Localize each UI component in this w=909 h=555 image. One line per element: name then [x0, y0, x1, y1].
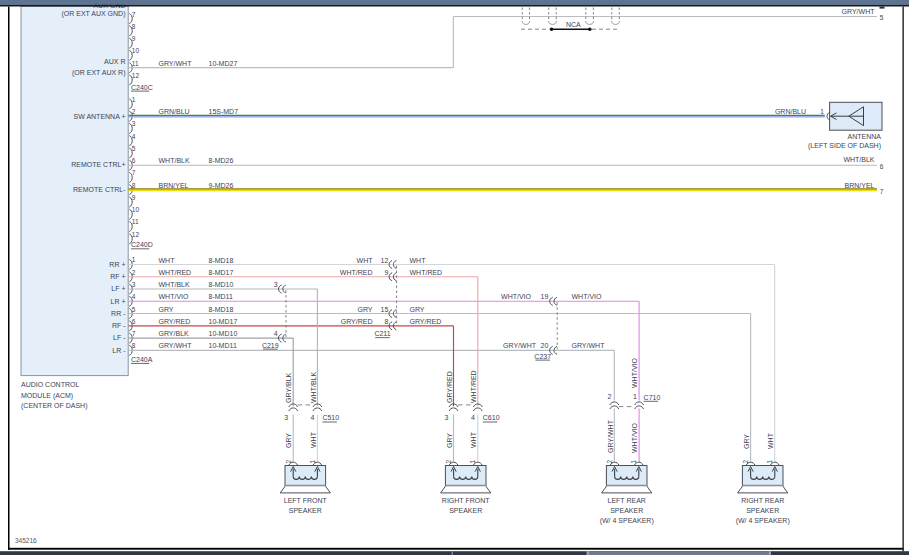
- svg-text:(CENTER OF DASH): (CENTER OF DASH): [21, 402, 88, 410]
- svg-text:1: 1: [630, 460, 637, 464]
- svg-text:9-MD26: 9-MD26: [209, 182, 234, 189]
- svg-text:12: 12: [132, 231, 140, 238]
- svg-text:GRY/BLK: GRY/BLK: [285, 372, 292, 403]
- svg-text:SPEAKER: SPEAKER: [610, 507, 643, 514]
- svg-text:RR +: RR +: [109, 261, 125, 268]
- svg-text:WHT/VIO: WHT/VIO: [501, 293, 531, 300]
- svg-text:LF -: LF -: [113, 334, 126, 341]
- svg-text:SPEAKER: SPEAKER: [746, 507, 779, 514]
- svg-text:(OR EXT AUX GND): (OR EXT AUX GND): [61, 10, 125, 18]
- svg-text:WHT: WHT: [470, 431, 477, 448]
- svg-text:WHT/BLK: WHT/BLK: [159, 157, 190, 164]
- svg-text:REMOTE CTRL+: REMOTE CTRL+: [71, 161, 125, 168]
- svg-text:GRY/WHT: GRY/WHT: [572, 342, 606, 349]
- svg-text:GRY/WHT: GRY/WHT: [607, 419, 614, 453]
- svg-text:9: 9: [384, 269, 388, 276]
- svg-text:4: 4: [274, 330, 278, 337]
- svg-text:LR +: LR +: [111, 298, 126, 305]
- svg-text:3: 3: [284, 414, 288, 421]
- svg-text:2: 2: [742, 460, 749, 464]
- svg-text:(OR EXT AUX R): (OR EXT AUX R): [72, 69, 126, 77]
- svg-text:1: 1: [820, 108, 824, 115]
- svg-text:WHT/RED: WHT/RED: [470, 370, 477, 403]
- svg-text:C240D: C240D: [131, 241, 153, 248]
- svg-text:8: 8: [132, 182, 136, 189]
- svg-text:2: 2: [132, 269, 136, 276]
- svg-text:2: 2: [445, 460, 452, 464]
- svg-text:2: 2: [132, 108, 136, 115]
- svg-text:8-MD11: 8-MD11: [209, 293, 233, 300]
- svg-text:3: 3: [274, 281, 278, 288]
- svg-text:2: 2: [606, 460, 613, 464]
- svg-text:3: 3: [445, 414, 449, 421]
- svg-text:WHT/BLK: WHT/BLK: [843, 156, 874, 163]
- svg-text:8: 8: [384, 318, 388, 325]
- svg-text:11: 11: [132, 60, 139, 67]
- svg-text:7: 7: [132, 11, 136, 18]
- svg-text:RIGHT REAR: RIGHT REAR: [741, 497, 784, 504]
- svg-text:6: 6: [880, 163, 884, 170]
- svg-text:1: 1: [132, 256, 136, 263]
- svg-text:WHT: WHT: [410, 257, 427, 264]
- svg-text:GRY: GRY: [743, 434, 750, 449]
- svg-text:MODULE (ACM): MODULE (ACM): [21, 392, 73, 400]
- svg-text:ANTENNA: ANTENNA: [848, 133, 882, 140]
- svg-text:1: 1: [309, 460, 316, 464]
- svg-text:GRY/RED: GRY/RED: [159, 318, 191, 325]
- svg-text:GRY/RED: GRY/RED: [410, 318, 442, 325]
- svg-text:WHT/RED: WHT/RED: [340, 269, 373, 276]
- svg-text:8: 8: [132, 342, 136, 349]
- svg-text:GRN/BLU: GRN/BLU: [775, 108, 806, 115]
- svg-text:WHT/VIO: WHT/VIO: [159, 293, 189, 300]
- svg-text:2: 2: [607, 393, 611, 400]
- svg-text:C237: C237: [534, 353, 551, 360]
- svg-text:8-MD26: 8-MD26: [209, 157, 234, 164]
- svg-text:AUDIO CONTROL: AUDIO CONTROL: [21, 381, 79, 388]
- svg-text:8-MD18: 8-MD18: [209, 257, 234, 264]
- svg-text:345216: 345216: [15, 537, 37, 544]
- svg-text:8-MD17: 8-MD17: [209, 269, 234, 276]
- svg-text:WHT/BLK: WHT/BLK: [310, 372, 317, 403]
- svg-text:10-MD17: 10-MD17: [209, 318, 238, 325]
- svg-text:10-MD10: 10-MD10: [209, 330, 238, 337]
- svg-text:RIGHT FRONT: RIGHT FRONT: [442, 497, 490, 504]
- svg-text:WHT: WHT: [159, 257, 176, 264]
- svg-text:8-MD18: 8-MD18: [209, 306, 234, 313]
- svg-text:WHT/BLK: WHT/BLK: [159, 281, 190, 288]
- svg-text:8: 8: [132, 23, 136, 30]
- svg-text:SW ANTENNA +: SW ANTENNA +: [74, 113, 126, 120]
- svg-text:C510: C510: [322, 414, 339, 421]
- svg-text:5: 5: [880, 14, 884, 21]
- svg-text:WHT/RED: WHT/RED: [159, 269, 192, 276]
- svg-text:WHT/VIO: WHT/VIO: [631, 358, 638, 388]
- svg-text:10: 10: [132, 206, 140, 213]
- svg-text:1: 1: [132, 96, 136, 103]
- svg-text:GRY/WHT: GRY/WHT: [842, 8, 876, 15]
- svg-text:C710: C710: [644, 394, 661, 401]
- svg-text:15S-MD7: 15S-MD7: [209, 108, 239, 115]
- svg-text:1: 1: [766, 460, 773, 464]
- svg-text:GRY/WHT: GRY/WHT: [159, 60, 193, 67]
- svg-text:9: 9: [132, 194, 136, 201]
- svg-text:6: 6: [132, 157, 136, 164]
- svg-text:9: 9: [132, 35, 136, 42]
- svg-text:WHT/RED: WHT/RED: [410, 269, 443, 276]
- svg-text:8-MD10: 8-MD10: [209, 281, 234, 288]
- svg-text:BRN/YEL: BRN/YEL: [845, 182, 875, 189]
- svg-text:AUX R: AUX R: [104, 58, 125, 65]
- svg-text:2: 2: [285, 460, 292, 464]
- svg-text:C610: C610: [483, 414, 500, 421]
- svg-text:SPEAKER: SPEAKER: [289, 507, 322, 514]
- svg-text:LF +: LF +: [111, 285, 125, 292]
- svg-text:BRN/YEL: BRN/YEL: [159, 182, 189, 189]
- svg-text:10-MD11: 10-MD11: [209, 342, 237, 349]
- svg-text:GRY: GRY: [159, 306, 174, 313]
- svg-text:5: 5: [132, 145, 136, 152]
- svg-text:20: 20: [541, 342, 549, 349]
- svg-text:GRN/BLU: GRN/BLU: [159, 108, 190, 115]
- svg-text:1: 1: [633, 393, 637, 400]
- svg-text:(W/ 4 SPEAKER): (W/ 4 SPEAKER): [736, 517, 790, 525]
- svg-text:4: 4: [310, 414, 314, 421]
- svg-text:7: 7: [880, 188, 884, 195]
- svg-text:6: 6: [132, 318, 136, 325]
